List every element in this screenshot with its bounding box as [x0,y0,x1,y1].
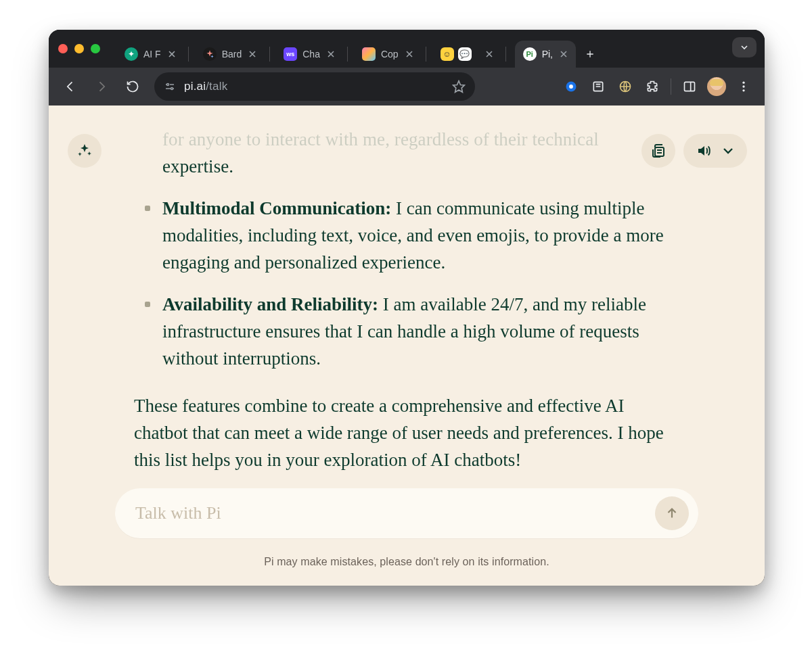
new-tab-button[interactable] [580,44,600,64]
tab-label: Cop [381,49,399,60]
tabs: ✦ AI F Bard [119,30,732,68]
favicon-icon: ✦ [125,47,138,61]
omnibox[interactable]: pi.ai/talk [154,72,475,101]
window-controls [58,30,119,68]
svg-point-10 [742,89,744,91]
tab-label: AI F [143,49,161,60]
tab-item[interactable]: ✦ AI F [119,41,180,68]
svg-marker-2 [453,81,465,93]
svg-rect-7 [685,82,695,91]
toolbar-right [558,74,757,99]
tabstrip-right [732,30,757,68]
tab-close-icon[interactable] [558,49,569,60]
chrome-menu-button[interactable] [731,74,757,99]
svg-point-4 [569,85,573,89]
avatar-icon [707,77,726,96]
audio-toggle[interactable] [683,134,747,168]
url-host: pi.ai [184,80,206,93]
stage: ✦ AI F Bard [0,0,812,658]
assistant-message: for anyone to interact with me, regardle… [134,105,679,492]
url-path: /talk [206,80,227,93]
list-item-title: Multimodal Communication: [162,198,391,218]
chevron-down-icon [720,143,736,159]
window-zoom-icon[interactable] [91,44,100,53]
disclaimer-text: Pi may make mistakes, please don't rely … [49,556,765,568]
tab-item[interactable]: Bard [198,41,261,68]
sparkle-button[interactable] [68,134,102,168]
extension-reader-icon[interactable] [585,74,611,99]
extension-globe-icon[interactable] [612,74,638,99]
faded-text: for anyone to interact with me, regardle… [162,129,599,149]
bookmark-button[interactable] [452,80,466,93]
send-button[interactable] [655,496,689,530]
tab-close-icon[interactable] [166,49,177,60]
favicon-icon: 💬 [458,47,472,61]
svg-point-0 [167,84,169,86]
nav-back-button[interactable] [57,73,84,100]
list-item: Availability and Reliability: I am avail… [162,291,679,372]
favicon-icon: Pi [523,47,537,61]
tab-separator [418,41,435,68]
visible-text: expertise. [162,153,679,180]
tabs-dropdown-button[interactable] [732,37,757,57]
tab-close-icon[interactable] [484,49,495,60]
tab-separator [339,41,357,68]
tab-item-active[interactable]: Pi Pi, [515,41,576,68]
favicon-icon: ☺ [441,47,454,61]
tab-label: Cha [302,49,320,60]
chat-input-placeholder: Talk with Pi [135,503,655,523]
nav-forward-button[interactable] [88,73,115,100]
tab-label: Bard [222,49,242,60]
tab-separator [261,41,278,68]
extensions-button[interactable] [639,74,665,99]
closing-text: These features combine to create a compr… [134,392,679,473]
extension-record-icon[interactable] [558,74,584,99]
speaker-icon [696,143,712,159]
toolbar-separator [671,78,671,95]
tab-item[interactable]: ws Cha [278,41,339,68]
tab-item[interactable]: Cop [357,41,418,68]
svg-point-8 [742,82,744,84]
page-content: for anyone to interact with me, regardle… [49,105,765,586]
tab-strip: ✦ AI F Bard [49,30,765,68]
tab-separator [497,41,515,68]
list-item: Multimodal Communication: I can communic… [162,195,679,276]
window-minimize-icon[interactable] [74,44,84,53]
tab-close-icon[interactable] [404,49,415,60]
profile-avatar[interactable] [704,74,729,99]
window-close-icon[interactable] [58,44,68,53]
svg-point-1 [171,88,173,90]
tab-item[interactable]: ☺ 💬 [435,41,497,68]
favicon-icon: ws [284,47,297,61]
list-item-title: Availability and Reliability: [162,294,378,314]
partial-text: for anyone to interact with me, regardle… [162,126,679,180]
site-settings-icon[interactable] [164,80,176,93]
toolbar: pi.ai/talk [49,68,765,105]
svg-point-9 [742,85,744,87]
favicon-icon [362,47,376,61]
browser-window: ✦ AI F Bard [49,30,765,586]
tab-close-icon[interactable] [325,49,336,60]
tab-label: Pi, [542,49,553,60]
sidepanel-button[interactable] [677,74,702,99]
url-text: pi.ai/talk [184,80,452,93]
chat-input[interactable]: Talk with Pi [115,488,698,538]
nav-reload-button[interactable] [119,73,146,100]
feature-list: Multimodal Communication: I can communic… [162,195,679,372]
tab-separator [180,41,198,68]
tab-close-icon[interactable] [247,49,258,60]
favicon-icon [203,47,217,61]
